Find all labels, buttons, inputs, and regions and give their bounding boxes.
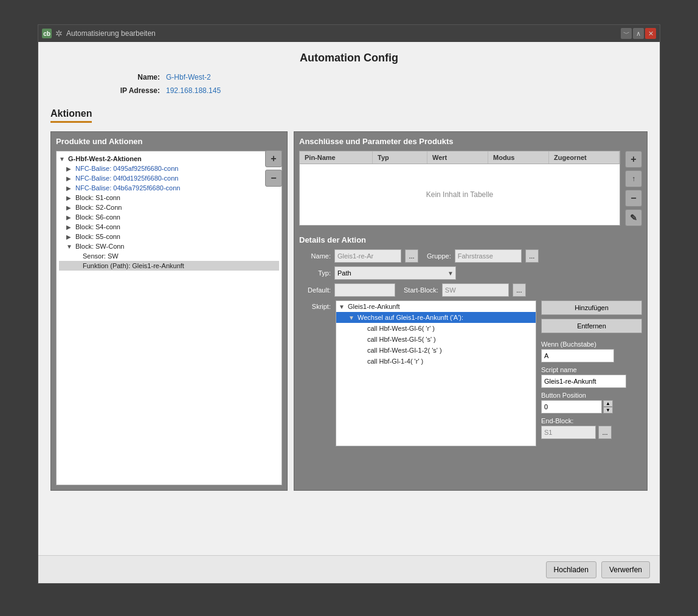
tree-label-nfc1: NFC-Balise: 0495af925f6680-conn <box>75 165 178 172</box>
tree-add-button[interactable]: + <box>265 150 282 167</box>
script-toggle-s6 <box>358 358 365 365</box>
panels: Produkte und Aktionen ▼ G-Hbf-West-2-Akt… <box>50 131 648 491</box>
minimize-button[interactable]: ﹀ <box>621 28 632 39</box>
script-item-s1[interactable]: ▼ Gleis1-re-Ankunft <box>336 301 536 312</box>
script-item-s3[interactable]: call Hbf-West-Gl-6( 'r' ) <box>336 323 536 334</box>
tree-item-blk4[interactable]: ▶ Block: S4-conn <box>59 222 279 232</box>
tree-item-nfc1[interactable]: ▶ NFC-Balise: 0495af925f6680-conn <box>59 164 279 173</box>
skript-row: Skript: ▼ Gleis1-re-Ankunft ▼ Wechsel au… <box>299 300 642 446</box>
th-zugeornet: Zugeornet <box>549 151 620 164</box>
content-area: Automation Config Name: G-Hbf-West-2 IP … <box>38 42 660 555</box>
maximize-button[interactable]: ∧ <box>633 28 644 39</box>
typ-label: Typ: <box>299 269 331 277</box>
tree-item-blk5[interactable]: ▶ Block: S5-conn <box>59 232 279 241</box>
script-label-s4: call Hbf-West-Gl-5( 's' ) <box>367 336 436 343</box>
pin-icon[interactable]: ✲ <box>55 29 63 38</box>
tree-item-blkSW[interactable]: ▼ Block: SW-Conn <box>59 241 279 251</box>
tree-item-blk2[interactable]: ▶ Block: S2-Conn <box>59 202 279 212</box>
titlebar: cb ✲ Automatisierung bearbeiten ﹀ ∧ ✕ <box>38 25 660 42</box>
tree-item-blk1[interactable]: ▶ Block: S1-conn <box>59 193 279 202</box>
details-name-btn[interactable]: ... <box>405 249 418 263</box>
gruppe-input[interactable] <box>455 249 522 263</box>
typ-form-row: Typ: Path Script Function ▼ <box>299 266 642 280</box>
skript-label: Skript: <box>299 300 331 446</box>
wenn-input[interactable] <box>541 349 614 362</box>
details-title: Details der Aktion <box>299 235 642 244</box>
default-input[interactable] <box>334 283 395 297</box>
tree-item-nfc3[interactable]: ▶ NFC-Balise: 04b6a7925f6680-conn <box>59 183 279 193</box>
script-label-s5: call Hbf-West-Gl-1-2( 's' ) <box>367 347 442 354</box>
table-wrapper: Pin-Name Typ Wert Modus Zugeornet Kein I… <box>299 151 642 230</box>
titlebar-left: cb ✲ Automatisierung bearbeiten <box>42 29 156 38</box>
ip-row: IP Adresse: 192.168.188.145 <box>99 86 648 95</box>
ip-label: IP Adresse: <box>99 86 160 95</box>
script-item-s6[interactable]: call Hbf-Gl-1-4( 'r' ) <box>336 356 536 367</box>
tree-label-blk2: Block: S2-Conn <box>75 204 122 211</box>
tree-remove-button[interactable]: − <box>265 170 282 187</box>
hochladen-button[interactable]: Hochladen <box>546 561 596 578</box>
endblock-btn[interactable]: ... <box>598 426 612 439</box>
tree-item-funktion[interactable]: Funktion (Path): Gleis1-re-Ankunft <box>59 261 279 271</box>
footer: Hochladen Verwerfen <box>38 555 660 583</box>
scriptname-input[interactable] <box>541 375 626 388</box>
verwerfen-button[interactable]: Verwerfen <box>601 561 650 578</box>
tree-toggle-nfc1: ▶ <box>66 165 74 172</box>
tree-item-root[interactable]: ▼ G-Hbf-West-2-Aktionen <box>59 154 279 164</box>
hinzufuegen-button[interactable]: Hinzufügen <box>541 300 642 315</box>
spinner-up-button[interactable]: ▲ <box>603 400 613 407</box>
tree-toggle-nfc2: ▶ <box>66 175 74 182</box>
main-window: cb ✲ Automatisierung bearbeiten ﹀ ∧ ✕ Au… <box>38 24 660 584</box>
details-section: Details der Aktion Name: ... Gruppe: ...… <box>299 235 642 446</box>
ip-value: 192.168.188.145 <box>166 86 221 95</box>
endblock-input[interactable] <box>541 426 596 439</box>
tree-label-sensor: Sensor: SW <box>83 252 119 260</box>
name-form-row: Name: ... Gruppe: ... <box>299 249 642 263</box>
typ-select[interactable]: Path Script Function <box>334 266 456 280</box>
position-input[interactable] <box>541 400 602 414</box>
tree-label-blk1: Block: S1-conn <box>75 194 120 201</box>
window-title: Automatisierung bearbeiten <box>66 29 156 38</box>
app-icon: cb <box>42 29 52 38</box>
script-toggle-s3 <box>358 325 365 332</box>
name-value: G-Hbf-West-2 <box>166 73 211 81</box>
table-header: Pin-Name Typ Wert Modus Zugeornet <box>300 151 620 164</box>
tree-toggle-root: ▼ <box>59 156 66 162</box>
position-spinner: ▲ ▼ <box>541 400 642 414</box>
left-panel: Produkte und Aktionen ▼ G-Hbf-West-2-Akt… <box>50 131 288 491</box>
tree-label-blk4: Block: S4-conn <box>75 223 120 230</box>
gruppe-btn[interactable]: ... <box>525 249 539 263</box>
tree-toggle-blk1: ▶ <box>66 195 74 201</box>
table-up-button[interactable]: ↑ <box>625 170 642 187</box>
wenn-label: Wenn (Buchstabe) <box>541 341 642 348</box>
side-form: Wenn (Buchstabe) Script name Button Posi… <box>541 341 642 439</box>
script-toggle-s5 <box>358 347 365 354</box>
script-item-s4[interactable]: call Hbf-West-Gl-5( 's' ) <box>336 334 536 345</box>
endblock-label: End-Block: <box>541 417 642 424</box>
tree-label-blk5: Block: S5-conn <box>75 233 120 240</box>
startblock-btn[interactable]: ... <box>513 283 526 297</box>
tree-toggle-sensor <box>74 253 81 260</box>
script-item-s5[interactable]: call Hbf-West-Gl-1-2( 's' ) <box>336 345 536 356</box>
tree-toggle-nfc3: ▶ <box>66 185 74 192</box>
tree-label-blkSW: Block: SW-Conn <box>75 243 125 250</box>
table-edit-button[interactable]: ✎ <box>625 209 642 226</box>
tree-label-funktion: Funktion (Path): Gleis1-re-Ankunft <box>83 262 184 269</box>
tree-item-sensor[interactable]: Sensor: SW <box>59 251 279 261</box>
typ-select-wrap: Path Script Function ▼ <box>334 266 456 280</box>
spinner-down-button[interactable]: ▼ <box>603 407 613 414</box>
script-item-s2[interactable]: ▼ Wechsel auf Gleis1-re-Ankunft ('A'): <box>336 312 536 323</box>
tree-toggle-blk4: ▶ <box>66 224 74 230</box>
details-name-input[interactable] <box>334 249 401 263</box>
startblock-input[interactable] <box>442 283 509 297</box>
name-row: Name: G-Hbf-West-2 <box>99 73 648 81</box>
tree-item-blk3[interactable]: ▶ Block: S6-conn <box>59 212 279 222</box>
default-label: Default: <box>299 286 331 294</box>
close-button[interactable]: ✕ <box>645 28 656 39</box>
default-form-row: Default: Start-Block: ... <box>299 283 642 297</box>
startblock-label: Start-Block: <box>404 286 438 294</box>
table-minus-button[interactable]: − <box>625 190 642 207</box>
entfernen-button[interactable]: Entfernen <box>541 319 642 333</box>
right-panel: Anschlüsse und Parameter des Produkts Pi… <box>294 131 648 491</box>
table-add-button[interactable]: + <box>625 151 642 168</box>
tree-item-nfc2[interactable]: ▶ NFC-Balise: 04f0d1925f6680-conn <box>59 173 279 183</box>
